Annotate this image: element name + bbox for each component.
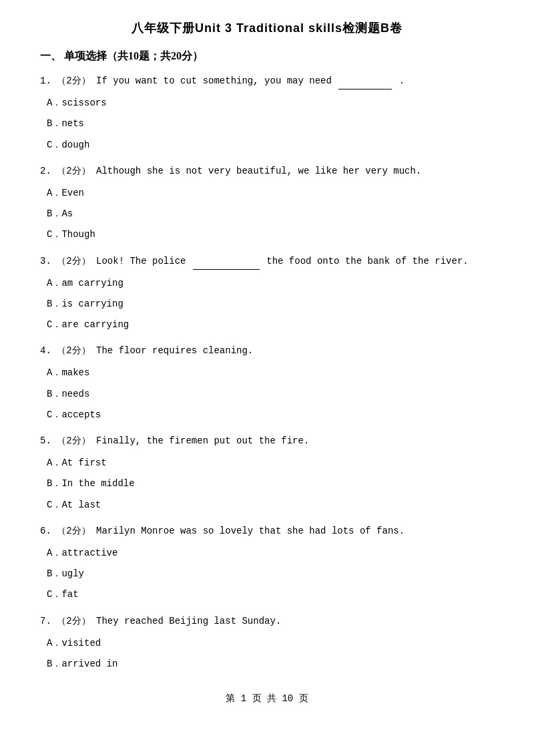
option-6-A: A．attractive xyxy=(47,545,494,562)
question-text-2: 2. （2分） Although she is not very beautif… xyxy=(40,163,494,180)
question-points-1: （2分） xyxy=(57,75,90,86)
question-number-4: 4. xyxy=(40,345,51,356)
question-body-3-after: the food onto the bank of the river. xyxy=(266,256,468,266)
option-1-B: B．nets xyxy=(47,116,494,132)
option-2-C: C．Though xyxy=(47,226,494,243)
option-4-A: A．makes xyxy=(47,365,494,381)
option-6-C: C．fat xyxy=(47,586,494,603)
option-1-C: C．dough xyxy=(47,137,494,154)
question-number-2: 2. xyxy=(40,166,51,176)
question-block-6: 6. （2分） Marilyn Monroe was so lovely tha… xyxy=(40,523,494,604)
page-title: 八年级下册Unit 3 Traditional skills检测题B卷 xyxy=(40,20,494,36)
question-number-5: 5. xyxy=(40,435,51,446)
question-block-4: 4. （2分） The floor requires cleaning. A．m… xyxy=(40,343,494,423)
option-3-A: A．am carrying xyxy=(47,275,494,292)
question-body-1: If you want to cut something, you may ne… xyxy=(96,75,332,86)
question-text-7: 7. （2分） They reached Beijing last Sunday… xyxy=(40,613,494,630)
question-block-3: 3. （2分） Look! The police the food onto t… xyxy=(40,253,494,334)
option-4-C: C．accepts xyxy=(47,407,494,423)
question-number-6: 6. xyxy=(40,526,51,536)
question-text-3: 3. （2分） Look! The police the food onto t… xyxy=(40,253,494,270)
question-points-2: （2分） xyxy=(57,166,90,176)
question-text-6: 6. （2分） Marilyn Monroe was so lovely tha… xyxy=(40,523,494,540)
question-number-1: 1. xyxy=(40,75,51,86)
question-block-1: 1. （2分） If you want to cut something, yo… xyxy=(40,73,494,154)
option-5-A: A．At first xyxy=(47,455,494,471)
option-3-B: B．is carrying xyxy=(47,296,494,313)
question-points-7: （2分） xyxy=(57,616,90,626)
question-points-4: （2分） xyxy=(57,345,90,356)
option-3-C: C．are carrying xyxy=(47,317,494,333)
question-text-4: 4. （2分） The floor requires cleaning. xyxy=(40,343,494,359)
question-points-6: （2分） xyxy=(57,526,90,536)
blank-3 xyxy=(193,269,260,270)
question-text-1: 1. （2分） If you want to cut something, yo… xyxy=(40,73,494,89)
page-footer: 第 1 页 共 10 页 xyxy=(40,693,494,705)
section1-header: 一、 单项选择（共10题；共20分） xyxy=(40,49,494,63)
option-7-B: B．arrived in xyxy=(47,656,494,673)
question-end-1: . xyxy=(399,75,405,86)
option-1-A: A．scissors xyxy=(47,95,494,112)
question-block-2: 2. （2分） Although she is not very beautif… xyxy=(40,163,494,244)
question-number-7: 7. xyxy=(40,616,51,626)
option-2-A: A．Even xyxy=(47,185,494,202)
question-points-3: （2分） xyxy=(57,256,90,266)
question-block-7: 7. （2分） They reached Beijing last Sunday… xyxy=(40,613,494,673)
option-6-B: B．ugly xyxy=(47,566,494,582)
option-7-A: A．visited xyxy=(47,635,494,652)
option-5-C: C．At last xyxy=(47,497,494,514)
question-body-6: Marilyn Monroe was so lovely that she ha… xyxy=(96,526,405,536)
option-4-B: B．needs xyxy=(47,386,494,403)
question-block-5: 5. （2分） Finally, the firemen put out the… xyxy=(40,433,494,514)
option-2-B: B．As xyxy=(47,206,494,222)
question-body-2: Although she is not very beautiful, we l… xyxy=(96,166,421,176)
question-text-5: 5. （2分） Finally, the firemen put out the… xyxy=(40,433,494,449)
question-body-3-before: Look! The police xyxy=(96,256,186,266)
question-number-3: 3. xyxy=(40,256,51,266)
option-5-B: B．In the middle xyxy=(47,476,494,492)
blank-1 xyxy=(338,89,392,89)
question-body-5: Finally, the firemen put out the fire. xyxy=(96,435,309,446)
question-body-4: The floor requires cleaning. xyxy=(96,345,253,356)
question-body-7: They reached Beijing last Sunday. xyxy=(96,616,281,626)
question-points-5: （2分） xyxy=(57,435,90,446)
